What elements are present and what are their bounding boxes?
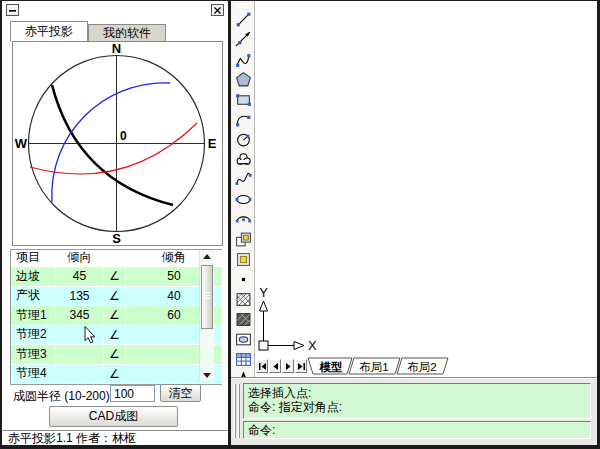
rectangle-icon[interactable] [235, 91, 252, 108]
label-north: N [112, 42, 121, 56]
scroll-down-icon[interactable] [203, 373, 211, 378]
command-window-grip[interactable] [238, 384, 240, 438]
dip-direction-cell[interactable] [56, 345, 104, 365]
layout-tab-bar: 模型 布局1 布局2 [255, 357, 597, 376]
tab-projection[interactable]: 赤平投影 [10, 21, 88, 41]
cad-plot-button-label: CAD成图 [89, 408, 138, 425]
point-icon[interactable] [235, 271, 252, 288]
stereonet-panel: N S W E 0 [12, 41, 223, 246]
close-button[interactable] [211, 4, 224, 16]
ellipse-icon[interactable] [235, 191, 252, 208]
cad-plot-button[interactable]: CAD成图 [49, 406, 178, 427]
tab-layout2-label: 布局2 [407, 361, 436, 373]
construction-line-icon[interactable] [235, 31, 252, 48]
command-input[interactable]: 命令: [243, 421, 591, 439]
tab-model-label: 模型 [319, 361, 344, 373]
angle-symbol: ∠ [104, 287, 126, 307]
attitude-table: 项目 倾向 倾角 边坡 45 ∠ 50 产状 135 ∠ 40 节理1 345 … [10, 249, 222, 385]
col-header-angle-symbol [104, 250, 126, 267]
ucs-x-arrowhead [294, 342, 304, 350]
next-tab-icon [284, 362, 293, 371]
polygon-icon[interactable] [235, 71, 252, 88]
dip-direction-cell[interactable]: 135 [56, 287, 104, 307]
circle-icon[interactable] [235, 131, 252, 148]
palette-statusbar: 赤平投影1.1 作者：林枢 [2, 430, 228, 445]
command-history: 选择插入点: 命令: 指定对角点: [243, 383, 591, 419]
titlebar-grip[interactable] [26, 5, 204, 16]
ucs-x-label: X [308, 338, 317, 353]
ucs-icon: Y X [255, 283, 321, 355]
table-scrollbar[interactable] [199, 250, 214, 382]
row-label: 节理4 [11, 365, 56, 385]
palette-titlebar[interactable] [5, 4, 225, 17]
hatch-icon[interactable] [235, 291, 252, 308]
spline-icon[interactable] [235, 171, 252, 188]
gradient-icon[interactable] [235, 311, 252, 328]
command-window-grip[interactable] [234, 384, 236, 438]
command-window: 选择插入点: 命令: 指定对角点: 命令: [231, 377, 597, 445]
version-author-text: 赤平投影1.1 作者：林枢 [8, 430, 136, 447]
polyline-icon[interactable] [235, 51, 252, 68]
command-history-line: 命令: 指定对角点: [248, 400, 586, 414]
close-icon [213, 6, 222, 15]
angle-symbol: ∠ [104, 306, 126, 326]
last-tab-button[interactable] [295, 359, 307, 373]
row-label: 节理3 [11, 345, 56, 365]
region-icon[interactable] [235, 331, 252, 348]
arc-icon[interactable] [235, 111, 252, 128]
angle-symbol: ∠ [104, 267, 126, 287]
row-label: 边坡 [11, 267, 56, 287]
row-label: 产状 [11, 287, 56, 307]
app-root: 赤平投影 我的软件 N S W E 0 项目 倾向 倾角 边坡 45 ∠ 50 … [0, 0, 600, 449]
last-tab-icon [297, 362, 306, 371]
tab-layout1-label: 布局1 [359, 361, 388, 373]
angle-symbol: ∠ [104, 345, 126, 365]
curve-joint1 [52, 83, 170, 202]
dip-direction-cell[interactable]: 345 [56, 306, 104, 326]
next-tab-button[interactable] [282, 359, 294, 373]
dip-direction-cell[interactable]: 45 [56, 267, 104, 287]
clear-button[interactable]: 清空 [160, 384, 201, 402]
tab-my-software[interactable]: 我的软件 [88, 24, 166, 41]
ucs-y-arrowhead [260, 301, 268, 311]
command-prompt-text: 命令: [248, 423, 275, 437]
label-south: S [112, 231, 121, 245]
radius-label: 成圆半径 (10-200) [13, 388, 110, 405]
angle-symbol: ∠ [104, 365, 126, 385]
row-label: 节理2 [11, 326, 56, 346]
line-icon[interactable] [235, 11, 252, 28]
tab-layout2[interactable]: 布局2 [397, 358, 448, 374]
table-icon[interactable] [235, 351, 252, 368]
tab-layout1[interactable]: 布局1 [349, 358, 400, 374]
col-header-dip-direction: 倾向 [56, 250, 104, 267]
border-left [0, 0, 2, 449]
first-tab-button[interactable] [256, 359, 268, 373]
dip-direction-cell[interactable] [56, 326, 104, 346]
tab-my-software-label: 我的软件 [103, 25, 151, 42]
first-tab-icon [258, 362, 267, 371]
dip-direction-cell[interactable] [56, 365, 104, 385]
col-header-item: 项目 [11, 250, 56, 267]
clear-button-label: 清空 [169, 385, 193, 402]
insert-block-icon[interactable] [235, 231, 252, 248]
revision-cloud-icon[interactable] [235, 151, 252, 168]
toolbar-grip[interactable] [237, 4, 248, 5]
previous-tab-icon [271, 362, 280, 371]
stereonet-plot: N S W E 0 [13, 42, 222, 245]
draw-toolbar [231, 1, 255, 377]
angle-symbol: ∠ [104, 326, 126, 346]
radius-input[interactable] [110, 385, 155, 402]
toolbar-grip[interactable] [237, 7, 248, 8]
mouse-cursor [84, 326, 96, 344]
ellipse-arc-icon[interactable] [235, 211, 252, 228]
row-label: 节理1 [11, 306, 56, 326]
scroll-thumb[interactable] [201, 265, 213, 329]
label-center: 0 [120, 129, 127, 143]
minimize-button[interactable] [6, 4, 19, 16]
label-west: W [15, 136, 28, 151]
tab-projection-label: 赤平投影 [25, 23, 73, 40]
tab-model[interactable]: 模型 [308, 358, 352, 374]
make-block-icon[interactable] [235, 251, 252, 268]
previous-tab-button[interactable] [269, 359, 281, 373]
scroll-up-icon[interactable] [203, 254, 211, 259]
